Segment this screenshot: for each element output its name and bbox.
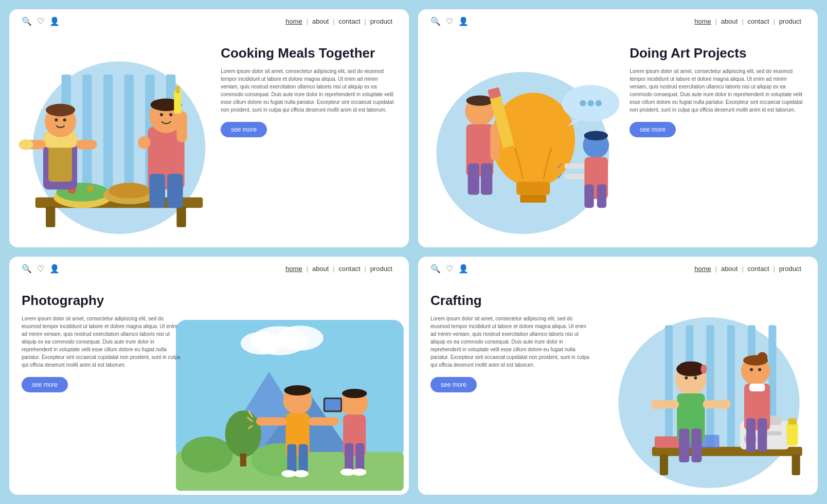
cooking-content: Cooking Meals Together Lorem ipsum dolor… — [221, 45, 397, 137]
nav-product-art[interactable]: product — [775, 17, 805, 25]
nav-contact-cooking[interactable]: contact — [335, 17, 365, 25]
nav-icons-cooking: 🔍 ♡ 👤 — [22, 16, 60, 26]
cooking-title: Cooking Meals Together — [221, 45, 397, 61]
svg-point-94 — [352, 469, 366, 476]
nav-about-cooking[interactable]: about — [308, 17, 333, 25]
svg-rect-33 — [175, 86, 179, 93]
nav-icons-craft: 🔍 ♡ 👤 — [430, 264, 469, 274]
svg-point-25 — [19, 139, 33, 150]
svg-rect-136 — [746, 418, 756, 452]
svg-rect-74 — [240, 454, 246, 466]
nav-product-cooking[interactable]: product — [366, 17, 397, 25]
svg-rect-54 — [481, 164, 492, 195]
svg-point-119 — [701, 365, 707, 374]
svg-rect-35 — [150, 174, 166, 208]
cooking-body: Lorem ipsum dolor sit amet, consectetur … — [221, 67, 397, 114]
heart-icon[interactable]: ♡ — [446, 16, 453, 26]
heart-icon[interactable]: ♡ — [37, 16, 44, 26]
svg-point-34 — [138, 136, 150, 149]
svg-point-73 — [225, 410, 261, 457]
heart-icon[interactable]: ♡ — [37, 264, 44, 274]
nav-links-cooking: home | about | contact | product — [281, 17, 397, 25]
user-icon[interactable]: 👤 — [49, 264, 60, 274]
nav-contact-craft[interactable]: contact — [744, 265, 774, 273]
svg-point-29 — [160, 113, 163, 116]
svg-rect-106 — [792, 455, 800, 475]
svg-point-133 — [758, 368, 761, 371]
user-icon[interactable]: 👤 — [49, 16, 60, 26]
user-icon[interactable]: 👤 — [458, 16, 469, 26]
nav-cooking: 🔍 ♡ 👤 home | about | contact | product — [9, 9, 409, 26]
svg-rect-135 — [749, 384, 765, 391]
svg-rect-88 — [345, 443, 353, 472]
svg-point-120 — [685, 376, 688, 380]
card-crafting: 🔍 ♡ 👤 home | about | contact | product — [418, 257, 818, 495]
svg-point-21 — [55, 118, 58, 121]
craft-see-more-button[interactable]: see more — [430, 377, 477, 392]
svg-rect-113 — [788, 418, 797, 424]
art-illustration: ✓ ✓ — [423, 38, 643, 247]
nav-links-photo: home | about | contact | product — [281, 265, 397, 273]
nav-product-craft[interactable]: product — [775, 265, 805, 273]
nav-craft: 🔍 ♡ 👤 home | about | contact | product — [418, 257, 818, 274]
svg-rect-53 — [468, 164, 479, 195]
art-see-more-button[interactable]: see more — [630, 122, 676, 137]
svg-point-43 — [587, 100, 594, 106]
nav-home-cooking[interactable]: home — [281, 17, 307, 25]
art-content: Doing Art Projects Lorem ipsum dolor sit… — [630, 45, 805, 137]
svg-rect-4 — [124, 75, 134, 190]
nav-home-photo[interactable]: home — [281, 265, 307, 273]
craft-content: Crafting Lorem ipsum dolor sit amet, con… — [430, 293, 590, 392]
photo-illustration — [176, 285, 404, 495]
nav-product-photo[interactable]: product — [366, 265, 397, 273]
craft-body: Lorem ipsum dolor sit amet, consectetur … — [430, 315, 590, 369]
nav-icons-photo: 🔍 ♡ 👤 — [22, 264, 60, 274]
svg-text:✓: ✓ — [556, 171, 563, 181]
search-icon[interactable]: 🔍 — [430, 264, 441, 274]
svg-rect-62 — [584, 184, 594, 208]
svg-point-128 — [721, 399, 731, 409]
photo-body: Lorem ipsum dolor sit amet, consectetur … — [22, 315, 182, 369]
svg-point-132 — [750, 368, 753, 371]
heart-icon[interactable]: ♡ — [446, 264, 453, 274]
svg-rect-124 — [691, 428, 702, 462]
svg-point-121 — [694, 376, 697, 380]
svg-rect-137 — [758, 418, 767, 452]
nav-art: 🔍 ♡ 👤 home | about | contact | product — [418, 9, 818, 26]
nav-about-photo[interactable]: about — [308, 265, 333, 273]
svg-point-86 — [342, 389, 367, 398]
photo-content: Photography Lorem ipsum dolor sit amet, … — [22, 293, 182, 392]
nav-icons-art: 🔍 ♡ 👤 — [430, 16, 469, 26]
user-icon[interactable]: 👤 — [458, 264, 469, 274]
nav-about-art[interactable]: about — [717, 17, 742, 25]
svg-rect-8 — [46, 206, 55, 227]
card-photography: 🔍 ♡ 👤 home | about | contact | product — [9, 257, 409, 495]
cooking-illustration — [14, 38, 234, 247]
art-body: Lorem ipsum dolor sit amet, consectetur … — [630, 67, 805, 114]
nav-contact-photo[interactable]: contact — [335, 265, 365, 273]
svg-point-127 — [651, 399, 661, 409]
photo-title: Photography — [22, 293, 182, 309]
card-cooking: 🔍 ♡ 👤 home | about | contact | product — [9, 9, 409, 247]
nav-about-craft[interactable]: about — [717, 265, 742, 273]
svg-point-95 — [281, 470, 296, 477]
svg-point-60 — [584, 131, 608, 140]
svg-point-22 — [63, 118, 66, 121]
svg-point-13 — [87, 185, 93, 191]
search-icon[interactable]: 🔍 — [22, 264, 32, 274]
cooking-see-more-button[interactable]: see more — [221, 122, 267, 137]
svg-rect-40 — [520, 195, 546, 203]
search-icon[interactable]: 🔍 — [22, 16, 32, 26]
svg-rect-80 — [256, 417, 287, 425]
svg-rect-3 — [103, 75, 113, 190]
nav-contact-art[interactable]: contact — [744, 17, 774, 25]
nav-home-craft[interactable]: home — [690, 265, 715, 273]
svg-point-131 — [757, 352, 767, 363]
search-icon[interactable]: 🔍 — [430, 16, 441, 26]
svg-point-44 — [596, 100, 602, 106]
svg-rect-105 — [660, 455, 668, 475]
photo-see-more-button[interactable]: see more — [22, 377, 68, 392]
svg-point-66 — [277, 326, 323, 350]
nav-home-art[interactable]: home — [690, 17, 715, 25]
svg-rect-9 — [176, 206, 186, 227]
